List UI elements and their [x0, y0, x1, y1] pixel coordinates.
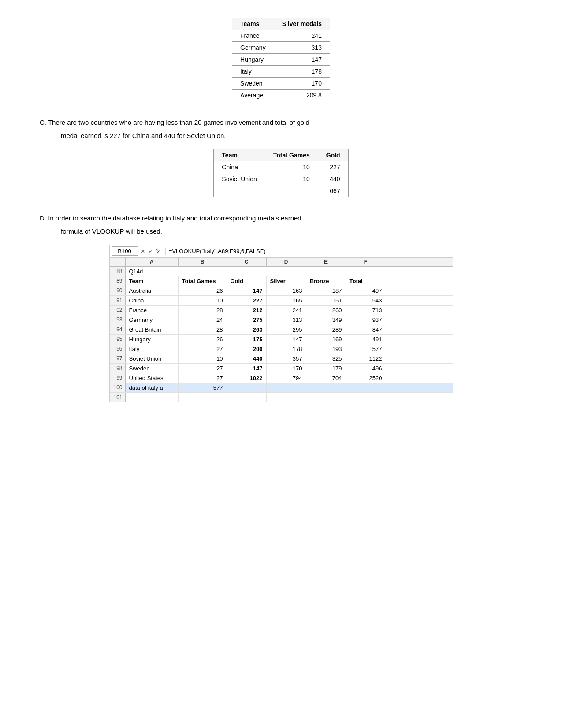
spreadsheet-rows: 88Q14d89TeamTotal GamesGoldSilverBronzeT… [110, 267, 453, 402]
table-cell: 10 [179, 354, 227, 363]
table-cell: 937 [346, 315, 386, 325]
table-row: 96Italy27206178193577 [110, 344, 453, 354]
cell-reference-box[interactable]: B100 [112, 246, 138, 256]
table-cell: 209.8 [274, 90, 330, 101]
table-cell: 289 [306, 325, 346, 334]
table-cell: 187 [306, 286, 346, 295]
table-row: Average209.8 [232, 90, 330, 101]
china-soviet-table: Team Total Games Gold China10227Soviet U… [213, 149, 348, 197]
table-cell [214, 185, 265, 197]
table-row: Germany313 [232, 42, 330, 54]
section-c: C. There are two countries who are havin… [26, 117, 536, 141]
table-cell: 227 [318, 161, 348, 173]
section-d: D. In order to search the database relat… [26, 213, 536, 237]
table-cell: 275 [227, 315, 267, 325]
column-headers-row: A B C D E F [110, 258, 453, 267]
table-cell: 147 [267, 335, 306, 344]
table-cell: 179 [306, 364, 346, 373]
table-cell: 147 [227, 286, 267, 295]
table-cell [179, 393, 227, 402]
formula-content[interactable]: =VLOOKUP("Italy",A89:F99,6,FALSE) [169, 248, 451, 254]
table-cell: 193 [306, 344, 346, 354]
col-header-e[interactable]: E [306, 258, 346, 266]
table-cell [306, 383, 346, 392]
table-cell: Average [232, 90, 274, 101]
col-header-rownum [110, 258, 126, 266]
table-cell: 178 [267, 344, 306, 354]
col-header-d[interactable]: D [267, 258, 306, 266]
table-cell: 543 [346, 296, 386, 305]
table-cell: 440 [318, 173, 348, 185]
table-cell: 26 [179, 286, 227, 295]
table-cell: Italy [126, 344, 179, 354]
table-cell: Gold [227, 276, 267, 286]
table-row: 93Germany24275313349937 [110, 315, 453, 325]
row-number: 96 [110, 344, 126, 354]
table-row: 101 [110, 393, 453, 402]
table-cell: Q14d [126, 267, 453, 276]
table-cell: France [126, 306, 179, 315]
table-cell: 151 [306, 296, 346, 305]
table-cell: China [214, 161, 265, 173]
table-cell: Australia [126, 286, 179, 295]
table-row: 97Soviet Union104403573251122 [110, 354, 453, 364]
table-cell: 497 [346, 286, 386, 295]
table-cell: Germany [232, 42, 274, 54]
table-cell: Great Britain [126, 325, 179, 334]
table-cell: 169 [306, 335, 346, 344]
table-cell: 496 [346, 364, 386, 373]
section-c-letter: C. [40, 119, 46, 126]
table-cell: 212 [227, 306, 267, 315]
table-cell: 147 [227, 364, 267, 373]
col-header-a[interactable]: A [126, 258, 179, 266]
table-cell: Total Games [179, 276, 227, 286]
table-row: Sweden170 [232, 78, 330, 90]
table-row: 88Q14d [110, 267, 453, 276]
table-cell: 227 [227, 296, 267, 305]
table-row: 91China10227165151543 [110, 296, 453, 306]
table-row: 94Great Britain28263295289847 [110, 325, 453, 335]
section-d-letter: D. [40, 214, 46, 222]
table-row: 98Sweden27147170179496 [110, 364, 453, 373]
cs-col-gold: Gold [318, 149, 348, 161]
row-number: 99 [110, 373, 126, 383]
table-cell: 28 [179, 325, 227, 334]
table-cell: China [126, 296, 179, 305]
table-cell: France [232, 30, 274, 42]
col-header-teams: Teams [232, 18, 274, 30]
table-cell [265, 185, 318, 197]
table-cell: 26 [179, 335, 227, 344]
table-row: China10227 [214, 161, 348, 173]
col-header-silver: Silver medals [274, 18, 330, 30]
col-header-b[interactable]: B [179, 258, 227, 266]
section-d-para1: D. In order to search the database relat… [40, 213, 536, 224]
china-soviet-table-wrap: Team Total Games Gold China10227Soviet U… [26, 149, 536, 197]
row-number: 92 [110, 306, 126, 315]
table-cell: 713 [346, 306, 386, 315]
row-number: 90 [110, 286, 126, 295]
table-cell: Soviet Union [214, 173, 265, 185]
table-cell [306, 393, 346, 402]
table-cell: Bronze [306, 276, 346, 286]
table-cell: 577 [179, 383, 227, 392]
table-row: 100data of italy a577 [110, 383, 453, 393]
table-cell: United States [126, 373, 179, 383]
table-row: Hungary147 [232, 54, 330, 66]
col-header-f[interactable]: F [346, 258, 386, 266]
silver-medals-section: Teams Silver medals France241Germany313H… [26, 18, 536, 101]
table-cell: 10 [179, 296, 227, 305]
table-cell: 794 [267, 373, 306, 383]
table-cell: 847 [346, 325, 386, 334]
table-cell: 175 [227, 335, 267, 344]
row-number: 95 [110, 335, 126, 344]
table-row: 89TeamTotal GamesGoldSilverBronzeTotal [110, 276, 453, 286]
table-cell: 241 [274, 30, 330, 42]
table-cell [227, 383, 267, 392]
cancel-icon[interactable]: ✕ [140, 248, 146, 254]
table-cell: 27 [179, 364, 227, 373]
table-cell: 241 [267, 306, 306, 315]
confirm-icon[interactable]: ✓ [148, 248, 154, 254]
table-cell: 313 [274, 42, 330, 54]
col-header-c[interactable]: C [227, 258, 267, 266]
table-cell: Total [346, 276, 386, 286]
